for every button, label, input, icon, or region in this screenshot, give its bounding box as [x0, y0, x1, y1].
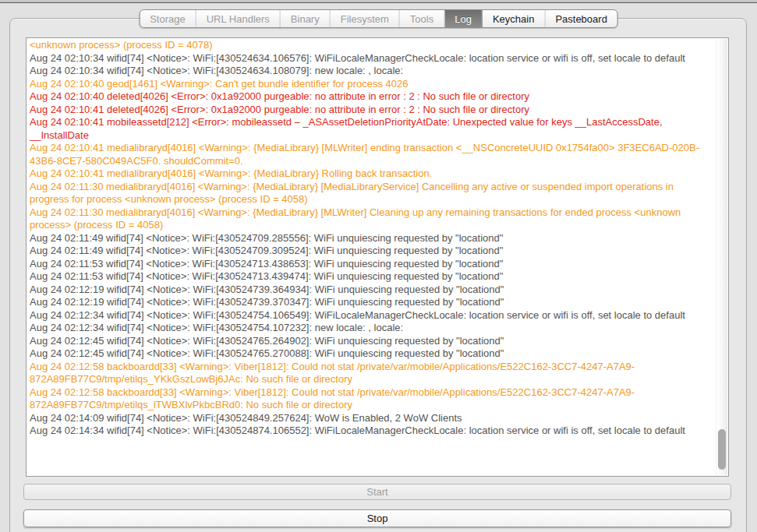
- log-line: Aug 24 02:10:40 deleted[4026] <Error>: 0…: [30, 90, 703, 104]
- stop-button[interactable]: Stop: [23, 509, 731, 527]
- tab-tools[interactable]: Tools: [400, 10, 444, 27]
- log-line: Aug 24 02:11:53 wifid[74] <Notice>: WiFi…: [30, 270, 703, 284]
- log-line: Aug 24 02:12:45 wifid[74] <Notice>: WiFi…: [30, 335, 703, 348]
- log-line: Aug 24 02:10:34 wifid[74] <Notice>: WiFi…: [30, 65, 703, 78]
- log-line: Aug 24 02:12:58 backboardd[33] <Warning>…: [30, 361, 703, 386]
- tab-keychain[interactable]: Keychain: [483, 10, 545, 27]
- log-line: Aug 24 02:11:30 medialibraryd[4016] <War…: [30, 206, 703, 232]
- start-button[interactable]: Start: [23, 484, 731, 500]
- tab-url-handlers[interactable]: URL Handlers: [196, 10, 281, 27]
- window-toolbar-edge: [0, 0, 757, 3]
- log-line: Aug 24 02:11:30 medialibraryd[4016] <War…: [30, 181, 703, 206]
- log-line: Aug 24 02:11:49 wifid[74] <Notice>: WiFi…: [30, 232, 703, 245]
- scrollbar-track[interactable]: [716, 39, 727, 475]
- log-line: Aug 24 02:10:34 wifid[74] <Notice>: WiFi…: [30, 52, 703, 65]
- log-line: Aug 24 02:10:41 deleted[4026] <Error>: 0…: [30, 104, 703, 117]
- log-line: Aug 24 02:10:40 geod[1461] <Warning>: Ca…: [30, 78, 703, 91]
- log-line: Aug 24 02:11:53 wifid[74] <Notice>: WiFi…: [30, 258, 703, 271]
- log-line: <unknown process> (process ID = 4078): [30, 39, 703, 52]
- tab-pasteboard[interactable]: Pasteboard: [545, 10, 617, 27]
- log-line: Aug 24 02:12:19 wifid[74] <Notice>: WiFi…: [30, 296, 703, 309]
- log-line: Aug 24 02:10:41 mobileassetd[212] <Error…: [30, 116, 703, 142]
- log-content: <unknown process> (process ID = 4078)Aug…: [30, 39, 703, 438]
- log-line: Aug 24 02:14:09 wifid[74] <Notice>: WiFi…: [30, 412, 703, 425]
- tab-filesystem[interactable]: Filesystem: [331, 10, 400, 27]
- tab-storage[interactable]: Storage: [140, 10, 196, 27]
- tab-bar: StorageURL HandlersBinaryFilesystemTools…: [139, 9, 618, 28]
- log-line: Aug 24 02:12:45 wifid[74] <Notice>: WiFi…: [30, 347, 703, 361]
- log-line: Aug 24 02:10:41 medialibraryd[4016] <War…: [30, 167, 703, 181]
- log-line: Aug 24 02:12:34 wifid[74] <Notice>: WiFi…: [30, 309, 703, 322]
- scrollbar-thumb[interactable]: [718, 429, 726, 470]
- log-line: Aug 24 02:12:58 backboardd[33] <Warning>…: [30, 386, 703, 412]
- log-line: Aug 24 02:10:41 medialibraryd[4016] <War…: [30, 142, 703, 167]
- log-line: Aug 24 02:11:49 wifid[74] <Notice>: WiFi…: [30, 245, 703, 258]
- log-line: Aug 24 02:12:19 wifid[74] <Notice>: WiFi…: [30, 284, 703, 297]
- log-output-view[interactable]: <unknown process> (process ID = 4078)Aug…: [26, 37, 729, 477]
- tab-binary[interactable]: Binary: [281, 10, 331, 27]
- log-line: Aug 24 02:12:34 wifid[74] <Notice>: WiFi…: [30, 322, 703, 335]
- tab-log[interactable]: Log: [444, 10, 483, 27]
- log-line: Aug 24 02:14:34 wifid[74] <Notice>: WiFi…: [30, 425, 703, 438]
